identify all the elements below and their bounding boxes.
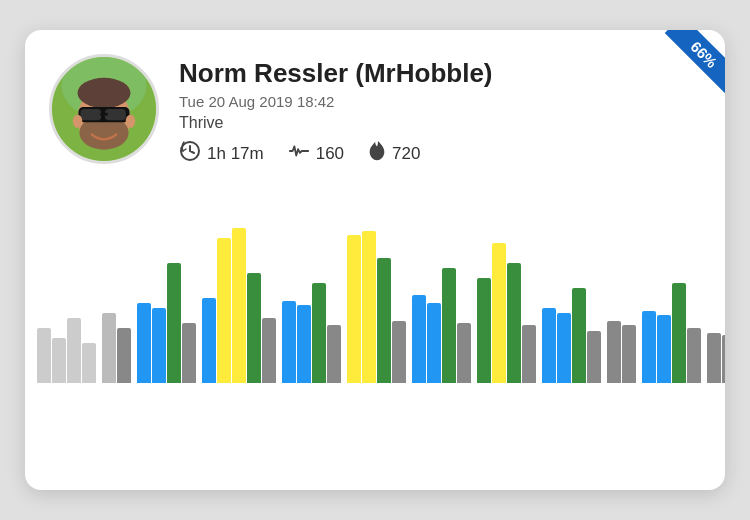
chart-bar — [572, 288, 586, 383]
chart-bar — [362, 231, 376, 383]
calories-value: 720 — [392, 144, 420, 164]
chart-bar — [672, 283, 686, 383]
badge-percent: 66% — [665, 30, 725, 94]
bar-group — [542, 288, 601, 383]
svg-rect-8 — [100, 113, 108, 116]
calories-icon — [368, 140, 386, 167]
chart-bar — [607, 321, 621, 383]
chart-bar — [642, 311, 656, 383]
chart-bar — [347, 235, 361, 383]
chart-bar — [82, 343, 96, 383]
bar-group — [607, 321, 636, 383]
chart-bar — [152, 308, 166, 383]
chart-bar — [37, 328, 51, 383]
chart-bar — [492, 243, 506, 383]
chart-bar — [262, 318, 276, 383]
chart-bar — [412, 295, 426, 383]
bar-chart — [25, 183, 725, 383]
chart-bar — [102, 313, 116, 383]
bar-group — [37, 318, 96, 383]
stats-row: 1h 17m 160 720 — [179, 140, 701, 167]
card-header: Norm Ressler (MrHobble) Tue 20 Aug 2019 … — [25, 30, 725, 183]
chart-bar — [327, 325, 341, 383]
corner-badge: 66% — [645, 30, 725, 110]
duration-value: 1h 17m — [207, 144, 264, 164]
chart-bar — [557, 313, 571, 383]
svg-point-4 — [78, 78, 131, 108]
activity-card: 66% — [25, 30, 725, 490]
chart-bar — [167, 263, 181, 383]
chart-bar — [477, 278, 491, 383]
chart-bar — [392, 321, 406, 383]
chart-bar — [232, 228, 246, 383]
chart-bar — [297, 305, 311, 383]
user-name: Norm Ressler (MrHobble) — [179, 58, 701, 89]
duration-stat: 1h 17m — [179, 140, 264, 167]
chart-bar — [522, 325, 536, 383]
chart-bar — [657, 315, 671, 383]
chart-bar — [312, 283, 326, 383]
chart-bar — [137, 303, 151, 383]
calories-stat: 720 — [368, 140, 420, 167]
chart-bar — [722, 335, 725, 383]
chart-bar — [182, 323, 196, 383]
chart-bar — [542, 308, 556, 383]
svg-point-9 — [73, 115, 82, 128]
bar-group — [202, 228, 276, 383]
user-info: Norm Ressler (MrHobble) Tue 20 Aug 2019 … — [179, 54, 701, 167]
hrv-value: 160 — [316, 144, 344, 164]
duration-icon — [179, 140, 201, 167]
chart-bar — [507, 263, 521, 383]
chart-bar — [427, 303, 441, 383]
chart-bar — [67, 318, 81, 383]
chart-bar — [282, 301, 296, 383]
platform: Thrive — [179, 114, 701, 132]
bar-group — [347, 231, 406, 383]
chart-bar — [52, 338, 66, 383]
svg-point-10 — [126, 115, 135, 128]
bar-group — [137, 263, 196, 383]
svg-rect-6 — [80, 109, 101, 120]
bar-group — [707, 333, 725, 383]
bar-group — [102, 313, 131, 383]
chart-bar — [117, 328, 131, 383]
bar-group — [412, 268, 471, 383]
chart-bar — [587, 331, 601, 383]
bar-group — [282, 283, 341, 383]
chart-bar — [442, 268, 456, 383]
bar-group — [477, 243, 536, 383]
chart-bar — [707, 333, 721, 383]
hrv-icon — [288, 140, 310, 167]
date-time: Tue 20 Aug 2019 18:42 — [179, 93, 701, 110]
chart-bar — [202, 298, 216, 383]
hrv-stat: 160 — [288, 140, 344, 167]
bar-group — [642, 283, 701, 383]
chart-bar — [457, 323, 471, 383]
chart-bar — [622, 325, 636, 383]
chart-bar — [247, 273, 261, 383]
chart-bar — [687, 328, 701, 383]
chart-bar — [377, 258, 391, 383]
chart-bar — [217, 238, 231, 383]
avatar — [49, 54, 159, 164]
svg-rect-7 — [105, 109, 126, 120]
